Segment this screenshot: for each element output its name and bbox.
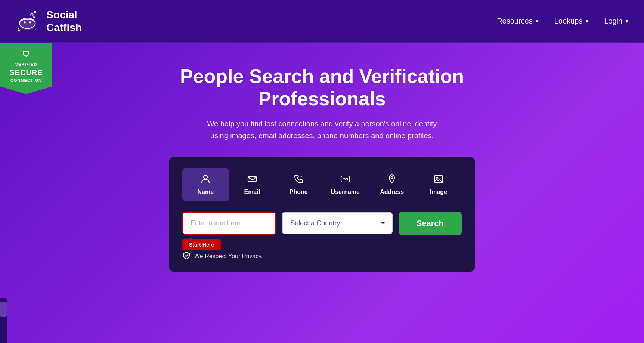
search-card: Name Email Phone	[169, 157, 475, 272]
logo-text: Social Catfish	[46, 9, 82, 34]
tab-email[interactable]: Email	[229, 168, 276, 201]
logo-area: Social Catfish	[15, 8, 82, 34]
secure-badge: 🛡 VERIFIED SECURE CONNECTION	[0, 43, 52, 94]
tab-name-label: Name	[197, 189, 214, 195]
image-icon	[433, 174, 444, 186]
chevron-down-icon: ▼	[585, 19, 589, 24]
privacy-shield-icon	[182, 251, 191, 262]
svg-point-13	[436, 177, 438, 179]
header: Social Catfish Resources ▼ Lookups ▼ Log…	[0, 0, 644, 43]
tab-image-label: Image	[430, 189, 447, 195]
country-select[interactable]: Select a Country United States United Ki…	[282, 212, 392, 234]
tab-image[interactable]: Image	[415, 168, 462, 201]
svg-point-6	[33, 16, 35, 18]
svg-point-10	[346, 178, 348, 180]
tab-phone-label: Phone	[290, 189, 308, 195]
name-input-wrapper: Start Here	[182, 212, 276, 235]
email-icon	[247, 174, 257, 186]
nav-resources[interactable]: Resources ▼	[497, 17, 539, 25]
search-tabs: Name Email Phone	[182, 168, 462, 201]
chevron-down-icon: ▼	[625, 19, 629, 24]
scrollbar-thumb	[0, 302, 7, 317]
tab-phone[interactable]: Phone	[275, 168, 322, 201]
hero-title: People Search and Verification Professio…	[154, 65, 490, 110]
tab-name[interactable]: Name	[182, 168, 229, 201]
phone-icon	[293, 174, 304, 186]
chevron-down-icon: ▼	[535, 19, 539, 24]
shield-icon: 🛡	[4, 49, 49, 59]
svg-point-11	[391, 177, 393, 179]
svg-point-5	[34, 11, 36, 13]
svg-point-2	[24, 21, 26, 23]
nav-lookups[interactable]: Lookups ▼	[554, 17, 589, 25]
svg-rect-8	[248, 176, 256, 182]
main-nav: Resources ▼ Lookups ▼ Login ▼	[497, 17, 629, 25]
scrollbar[interactable]	[0, 298, 7, 343]
hero-subtitle: We help you find lost connections and ve…	[206, 118, 438, 142]
tab-username-label: Username	[331, 189, 360, 195]
address-icon	[387, 174, 397, 186]
search-row: Start Here Select a Country United State…	[182, 212, 462, 235]
nav-login[interactable]: Login ▼	[604, 17, 629, 25]
privacy-note: We Respect Your Privacy.	[182, 251, 462, 262]
tab-username[interactable]: Username	[322, 168, 369, 201]
search-button[interactable]: Search	[399, 212, 462, 235]
username-icon	[340, 174, 350, 186]
tab-address[interactable]: Address	[369, 168, 415, 201]
tab-email-label: Email	[244, 189, 260, 195]
start-here-label: Start Here	[189, 242, 214, 248]
privacy-text: We Respect Your Privacy.	[194, 253, 263, 260]
svg-point-3	[29, 21, 31, 23]
svg-point-4	[31, 13, 33, 16]
tab-address-label: Address	[380, 189, 404, 195]
hero-section: 🛡 VERIFIED SECURE CONNECTION People Sear…	[0, 43, 644, 287]
svg-point-7	[204, 175, 207, 179]
start-here-badge: Start Here	[182, 239, 221, 250]
logo-icon	[15, 8, 41, 34]
person-icon	[200, 174, 211, 186]
name-input[interactable]	[182, 212, 276, 235]
